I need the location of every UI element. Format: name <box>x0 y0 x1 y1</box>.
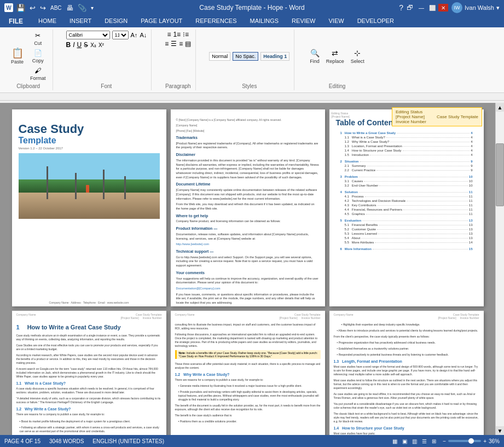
tab-references[interactable]: REFERENCES <box>189 15 243 27</box>
product-info-heading: Product Information — <box>176 226 320 231</box>
tab-insert[interactable]: INSERT <box>63 15 98 27</box>
close-button[interactable]: ✕ <box>438 4 448 11</box>
select-button[interactable]: ⊹Select <box>349 48 367 65</box>
editing-group: 🔍Find ⇄Replace ⊹Select Editing <box>303 30 371 90</box>
word-count[interactable]: 3048 WORDS <box>49 438 84 444</box>
subscript-button[interactable]: X₂ <box>90 42 96 48</box>
paragraph-group: ≡ 1≡ ⁝≡ ≡ ☰ ≡ ▤ Paragraph <box>160 30 196 90</box>
toc-item-5: 5 Evaluation13 <box>334 218 479 223</box>
tab-view[interactable]: VIEW <box>322 15 351 27</box>
toc-list: 1 How to Write a Great Case Study4 1.1 W… <box>329 131 484 251</box>
zoom-slider[interactable] <box>448 440 481 442</box>
tab-home[interactable]: HOME <box>32 15 63 27</box>
print-button[interactable]: 🖶 <box>65 4 74 12</box>
user-dropdown-icon[interactable]: ▾ <box>496 4 500 11</box>
align-right-button[interactable]: ≡ <box>179 40 183 48</box>
more-button[interactable]: ▾ <box>90 5 95 11</box>
tab-review[interactable]: REVIEW <box>285 15 322 27</box>
tab-developer[interactable]: DEVELOPER <box>351 15 401 27</box>
page-toc: Editing Status[Project Name] Case Study … <box>329 109 484 306</box>
numbering-button[interactable]: 1≡ <box>173 31 181 38</box>
web-layout-button[interactable]: ▥ <box>410 437 419 445</box>
copy-button[interactable]: 📄Copy <box>28 48 48 65</box>
font-family-select[interactable]: Calibri <box>66 31 110 39</box>
cover-footer: Company Name · Address · Telephone · Ema… <box>12 301 166 304</box>
vertical-scrollbar[interactable]: ▲ ▼ <box>495 103 504 435</box>
toc-item-5-3: 5.3 Lessons Learned13 <box>334 231 479 236</box>
user-area[interactable]: IW Ivan Walsh ▾ <box>451 2 500 13</box>
subheading-1-1: 1.1 What is a Case Study? <box>12 380 166 386</box>
ribbon-toggle-icon[interactable]: 🗗 <box>407 4 413 11</box>
toc-item-4-4: 4.4 Financial, Resources and Partners11 <box>334 207 479 212</box>
save-button[interactable]: 💾 <box>15 4 26 12</box>
section1-title: How to Write a Great Case Study <box>23 323 125 332</box>
italic-button[interactable]: I <box>73 41 74 49</box>
tab-page-layout[interactable]: PAGE LAYOUT <box>134 15 189 27</box>
superscript-button[interactable]: X² <box>99 42 104 48</box>
ribbon-content-home: 📋 Paste ✂Cut 📄Copy 🖌Format Clipboard Cal… <box>0 27 504 93</box>
maximize-button[interactable]: ⬜ <box>427 4 437 11</box>
page-section1: Company Name Case Study Template[Project… <box>12 311 166 435</box>
status-bar-right: ▦ ▣ ▥ ☰ ⊞ − + 36% <box>390 437 500 445</box>
bold-button[interactable]: B <box>66 41 71 49</box>
toc-item-6: 6 More Information15 <box>334 247 479 251</box>
no-spacing-style[interactable]: No Spac. <box>233 52 258 61</box>
redo-button[interactable]: ↪ <box>39 4 47 12</box>
underline-button[interactable]: U <box>77 41 82 49</box>
cover-subtitle: Template <box>19 136 166 146</box>
minimize-button[interactable]: — <box>416 4 426 11</box>
align-center-button[interactable]: ☰ <box>171 40 177 48</box>
toc-item-2-2: 2.2 Current Practice9 <box>334 168 479 172</box>
tab-design[interactable]: DESIGN <box>98 15 134 27</box>
clip-button[interactable]: 📎 <box>77 4 88 12</box>
title-bar-right: ? 🗗 — ⬜ ✕ IW Ivan Walsh ▾ <box>399 2 500 13</box>
main-area: Editing Status [Project Name] Case Study… <box>0 103 504 435</box>
align-left-button[interactable]: ≡ <box>165 40 169 48</box>
language-indicator[interactable]: ENGLISH (UNITED STATES) <box>92 438 164 444</box>
scroll-up-button[interactable]: ▲ <box>496 103 504 112</box>
undo-button[interactable]: ↩ <box>28 4 37 12</box>
outline-view-button[interactable]: ☰ <box>420 437 428 445</box>
replace-button[interactable]: ⇄Replace <box>324 48 346 65</box>
toc-item-3-2: 3.2 End-User Number10 <box>334 183 479 188</box>
format-painter-button[interactable]: 🖌Format <box>28 66 48 82</box>
paste-button[interactable]: 📋 Paste <box>9 47 26 66</box>
spelling-button[interactable]: ABC <box>49 5 63 11</box>
shrink-font-button[interactable]: A↓ <box>140 32 147 38</box>
section1-intro-text: Case study methods structure an in-depth… <box>12 333 166 342</box>
styles-group: Normal No Spac. Heading 1 Styles <box>205 30 294 90</box>
font-size-select[interactable]: 11 <box>112 31 129 39</box>
toc-item-5-4: 5.4 About13 <box>334 236 479 240</box>
help-icon[interactable]: ? <box>399 3 403 12</box>
zoom-control: − + 36% <box>443 438 500 444</box>
cut-button[interactable]: ✂Cut <box>28 31 48 47</box>
draft-view-button[interactable]: ⊞ <box>430 437 438 445</box>
multilevel-button[interactable]: ⁝≡ <box>183 31 189 38</box>
justify-button[interactable]: ▤ <box>185 40 191 48</box>
tab-file[interactable]: FILE <box>0 15 32 27</box>
scroll-down-button[interactable]: ▼ <box>496 426 504 435</box>
scroll-thumb[interactable] <box>496 143 504 206</box>
strikethrough-button[interactable]: S̶ <box>84 41 88 49</box>
print-layout-view-button[interactable]: ▦ <box>390 437 399 445</box>
document-area[interactable]: Editing Status [Project Name] Case Study… <box>0 103 495 435</box>
ribbon: FILE HOME INSERT DESIGN PAGE LAYOUT REFE… <box>0 15 504 93</box>
zoom-out-button[interactable]: − <box>443 438 446 444</box>
note-box: Note: Include a benefits title of your C… <box>175 350 321 359</box>
bp1-header: Company Name Case Study Template[Project… <box>12 311 166 321</box>
tab-mailings[interactable]: MAILINGS <box>244 15 286 27</box>
page-indicator[interactable]: PAGE 4 OF 15 <box>4 438 40 444</box>
bp3-header: Company Name Case Study Template[Project… <box>329 311 484 321</box>
top-pages-row: Case Study Template Version 1.2 – 22 Oct… <box>12 109 484 306</box>
doc-lifetime-heading: Document Lifetime <box>176 182 320 187</box>
zoom-in-button[interactable]: + <box>483 438 486 444</box>
grow-font-button[interactable]: A↑ <box>131 32 138 38</box>
normal-style[interactable]: Normal <box>209 52 230 61</box>
scroll-track[interactable] <box>496 112 504 426</box>
heading1-style[interactable]: Heading 1 <box>260 52 289 61</box>
read-mode-button[interactable]: ▣ <box>400 437 409 445</box>
bullets-button[interactable]: ≡ <box>167 31 171 38</box>
zoom-level[interactable]: 36% <box>489 438 500 444</box>
find-button[interactable]: 🔍Find <box>308 48 322 65</box>
toc-item-1-5: 1.5 Introduction4 <box>334 153 479 157</box>
